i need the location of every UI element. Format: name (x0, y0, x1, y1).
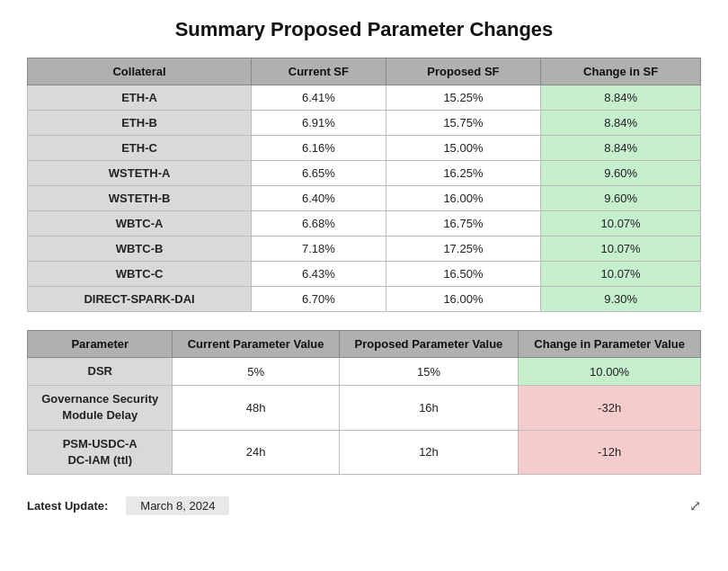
table-row: 5% (173, 358, 339, 386)
table-row: 6.70% (252, 287, 386, 312)
table-row: 48h (173, 386, 339, 430)
table-row: 6.68% (252, 211, 386, 236)
table-row: 6.43% (252, 262, 386, 287)
table-row: 6.40% (252, 186, 386, 211)
table-row: 16.75% (386, 211, 541, 236)
expand-icon[interactable]: ⤢ (689, 497, 701, 514)
table-row: 17.25% (386, 236, 541, 262)
table-row: WBTC-C (28, 262, 252, 287)
col-header-change-sf: Change in SF (541, 58, 701, 85)
footer: Latest Update: March 8, 2024 ⤢ (27, 493, 701, 519)
col-header-parameter: Parameter (28, 331, 173, 358)
table-row: DSR (28, 358, 173, 386)
table-row: 16.00% (386, 186, 541, 211)
table-row: 16h (339, 386, 519, 430)
table-row: 6.41% (252, 85, 386, 111)
table-row: ETH-A (28, 85, 252, 111)
table-row: 10.00% (519, 358, 701, 386)
table-row: 12h (339, 430, 519, 474)
latest-value: March 8, 2024 (126, 496, 229, 515)
table-row: WBTC-B (28, 236, 252, 262)
table-row: 9.60% (541, 161, 701, 186)
table-row: 9.30% (541, 287, 701, 312)
col-header-proposed-sf: Proposed SF (386, 58, 541, 85)
table-row: 16.25% (386, 161, 541, 186)
table-row: 15% (339, 358, 519, 386)
table-row: 10.07% (541, 236, 701, 262)
table-row: ETH-C (28, 136, 252, 161)
table-row: WSTETH-B (28, 186, 252, 211)
table-row: 8.84% (541, 85, 701, 111)
sf-table: Collateral Current SF Proposed SF Change… (27, 58, 701, 312)
table-row: 6.91% (252, 111, 386, 136)
table-row: 24h (173, 430, 339, 474)
table-row: WSTETH-A (28, 161, 252, 186)
col-header-current-param: Current Parameter Value (173, 331, 339, 358)
table-row: 10.07% (541, 262, 701, 287)
table-row: 15.25% (386, 85, 541, 111)
table-row: -12h (519, 430, 701, 474)
latest-label: Latest Update: (27, 499, 108, 513)
table-row: PSM-USDC-ADC-IAM (ttl) (28, 430, 173, 474)
parameter-table: Parameter Current Parameter Value Propos… (27, 330, 701, 475)
table-row: 6.16% (252, 136, 386, 161)
table-row: 16.00% (386, 287, 541, 312)
table-row: 7.18% (252, 236, 386, 262)
table-row: DIRECT-SPARK-DAI (28, 287, 252, 312)
table-row: Governance SecurityModule Delay (28, 386, 173, 430)
col-header-current-sf: Current SF (252, 58, 386, 85)
table-row: 9.60% (541, 186, 701, 211)
table-row: ETH-B (28, 111, 252, 136)
table-row: 8.84% (541, 136, 701, 161)
table-row: -32h (519, 386, 701, 430)
col-header-proposed-param: Proposed Parameter Value (339, 331, 519, 358)
table-row: 8.84% (541, 111, 701, 136)
page-title: Summary Proposed Parameter Changes (27, 18, 701, 41)
col-header-collateral: Collateral (28, 58, 252, 85)
table-row: 15.00% (386, 136, 541, 161)
col-header-change-param: Change in Parameter Value (519, 331, 701, 358)
table-row: 10.07% (541, 211, 701, 236)
table-row: 15.75% (386, 111, 541, 136)
table-row: WBTC-A (28, 211, 252, 236)
table-row: 16.50% (386, 262, 541, 287)
table-row: 6.65% (252, 161, 386, 186)
